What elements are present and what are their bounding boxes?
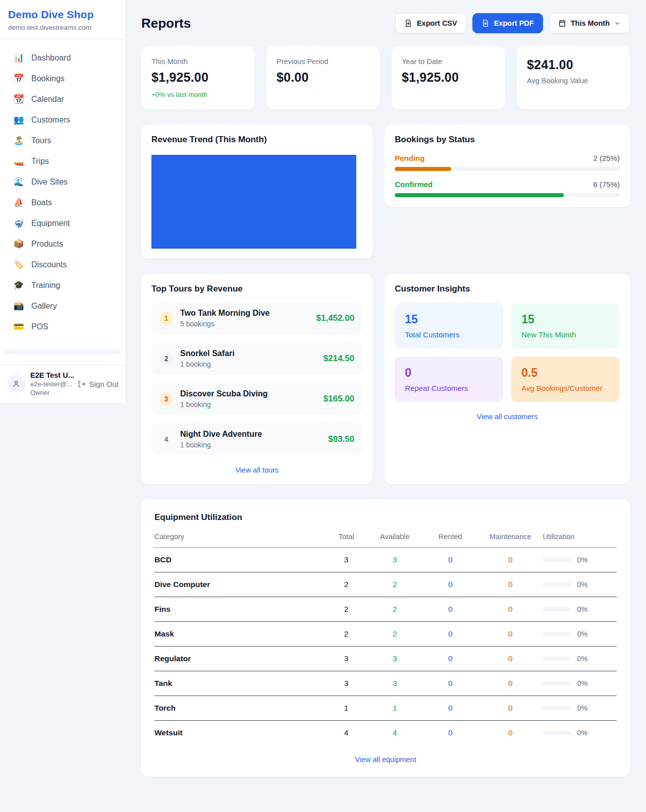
sidebar-item-label: Bookings — [31, 74, 65, 83]
calendar-icon — [558, 19, 566, 27]
export-pdf-button[interactable]: Export PDF — [472, 13, 543, 33]
sidebar-item-dive-sites[interactable]: 🌊 Dive Sites — [4, 171, 122, 192]
sidebar-item-gallery[interactable]: 📸 Gallery — [4, 296, 122, 316]
sidebar-item-dashboard[interactable]: 📊 Dashboard — [4, 47, 122, 68]
camera-icon: 📸 — [13, 301, 24, 311]
chevron-down-icon — [614, 20, 621, 27]
cell-category: Torch — [154, 696, 326, 721]
sidebar-item-label: Equipment — [31, 219, 70, 228]
user-footer: E2E Test U... e2e-tester@... Owner Sign … — [0, 365, 126, 402]
speedboat-icon: 🚤 — [13, 156, 24, 166]
rank-badge: 3 — [159, 392, 173, 406]
cell-total: 3 — [326, 647, 367, 671]
insight-value: 0.5 — [521, 366, 610, 380]
utilization-pct: 0% — [577, 556, 587, 564]
sidebar-item-calendar[interactable]: 📆 Calendar — [4, 89, 122, 109]
utilization-pct: 0% — [577, 704, 587, 712]
utilization-bar — [543, 583, 571, 587]
cell-maintenance: 0 — [478, 622, 543, 647]
stat-card-year-to-date: Year to Date $1,925.00 — [392, 46, 505, 109]
insights-grid: 15 Total Customers 15 New This Month 0 R… — [395, 303, 620, 402]
utilization-bar — [543, 681, 571, 685]
sidebar-item-tours[interactable]: 🏝️ Tours — [4, 130, 122, 151]
rank-badge: 2 — [159, 352, 173, 366]
col-header-category: Category — [154, 533, 326, 548]
sidebar-item-label: Trips — [31, 157, 49, 166]
tour-row: 2 Snorkel Safari 1 booking $214.50 — [151, 342, 362, 375]
cell-available: 2 — [367, 572, 422, 597]
sidebar-item-pos[interactable]: 💳 POS — [4, 316, 122, 337]
customer-insights-title: Customer Insights — [395, 284, 620, 294]
top-tours-card: Top Tours by Revenue 1 Two Tank Morning … — [141, 274, 372, 484]
user-name: E2E Test U... — [30, 371, 72, 379]
utilization-pct: 0% — [577, 581, 587, 589]
sidebar-item-equipment[interactable]: 🤿 Equipment — [4, 213, 122, 234]
brand-name[interactable]: Demo Dive Shop — [8, 9, 118, 21]
period-dropdown[interactable]: This Month — [549, 13, 630, 33]
tour-name: Two Tank Morning Dive — [180, 309, 270, 318]
sidebar-item-label: Gallery — [31, 302, 57, 311]
equipment-utilization-title: Equipment Utilization — [154, 512, 617, 523]
utilization-pct: 0% — [577, 655, 587, 663]
cell-maintenance: 0 — [478, 647, 543, 671]
sidebar-item-customers[interactable]: 👥 Customers — [4, 109, 122, 130]
tour-amount: $214.50 — [324, 354, 354, 364]
file-download-icon — [404, 19, 412, 27]
utilization-cell: 0% — [543, 556, 617, 564]
export-csv-button[interactable]: Export CSV — [395, 13, 466, 33]
utilization-bar — [543, 731, 571, 735]
export-csv-label: Export CSV — [417, 19, 457, 27]
cell-available: 3 — [367, 671, 422, 696]
utilization-cell: 0% — [543, 630, 617, 638]
person-icon — [12, 379, 21, 388]
sidebar-item-products[interactable]: 📦 Products — [4, 234, 122, 254]
people-icon: 👥 — [13, 114, 24, 125]
status-label: Confirmed — [395, 180, 433, 189]
utilization-bar — [543, 657, 571, 661]
user-role: Owner — [30, 389, 72, 396]
revenue-trend-chart — [151, 155, 356, 249]
cell-maintenance: 0 — [478, 548, 543, 572]
tour-amount: $93.50 — [328, 434, 354, 444]
graduation-cap-icon: 🎓 — [13, 280, 24, 291]
revenue-trend-title: Revenue Trend (This Month) — [151, 135, 362, 145]
stat-label: Previous Period — [277, 57, 369, 66]
tag-icon: 🏷️ — [13, 259, 24, 270]
cell-available: 3 — [367, 647, 422, 671]
stat-value: $241.00 — [527, 57, 620, 72]
utilization-pct: 0% — [577, 679, 587, 687]
cell-available: 3 — [367, 548, 422, 572]
view-all-equipment-link[interactable]: View all equipment — [154, 756, 617, 764]
sidebar-nav: 📊 Dashboard 📅 Bookings 📆 Calendar 👥 Cust… — [0, 39, 126, 354]
file-download-icon — [481, 19, 490, 27]
progress-track — [395, 167, 620, 171]
tour-row: 3 Discover Scuba Diving 1 booking $165.0… — [151, 383, 362, 415]
stat-label: Year to Date — [402, 57, 495, 66]
sidebar-item-discounts[interactable]: 🏷️ Discounts — [4, 254, 122, 275]
sidebar-item-label: Customers — [31, 115, 70, 125]
sidebar-item-training[interactable]: 🎓 Training — [4, 275, 122, 296]
sign-out-icon — [77, 380, 86, 388]
customer-insights-card: Customer Insights 15 Total Customers 15 … — [385, 274, 630, 484]
progress-fill-pending — [395, 167, 451, 171]
col-header-maintenance: Maintenance — [478, 533, 543, 548]
sidebar-item-bookings[interactable]: 📅 Bookings — [4, 68, 122, 89]
stat-value: $1,925.00 — [402, 70, 495, 85]
cell-maintenance: 0 — [478, 671, 543, 696]
cell-category: Regulator — [154, 647, 326, 671]
tour-bookings: 1 booking — [180, 441, 262, 449]
sidebar-item-boats[interactable]: ⛵ Boats — [4, 192, 122, 213]
status-label: Pending — [395, 154, 424, 162]
user-meta: E2E Test U... e2e-tester@... Owner — [30, 371, 72, 396]
view-all-customers-link[interactable]: View all customers — [395, 413, 620, 421]
dashboard-icon: 📊 — [13, 52, 24, 63]
sidebar-item-trips[interactable]: 🚤 Trips — [4, 151, 122, 171]
stat-value: $0.00 — [277, 70, 369, 85]
sign-out-button[interactable]: Sign Out — [77, 380, 119, 388]
cell-rented: 0 — [422, 721, 478, 745]
status-row-confirmed: Confirmed 6 (75%) — [395, 180, 620, 197]
sidebar-item-reports-clipped[interactable] — [4, 350, 122, 354]
bookings-by-status-card: Bookings by Status Pending 2 (25%) Confi… — [385, 125, 630, 207]
view-all-tours-link[interactable]: View all tours — [151, 466, 362, 474]
stat-delta: +0% vs last month — [151, 91, 244, 98]
